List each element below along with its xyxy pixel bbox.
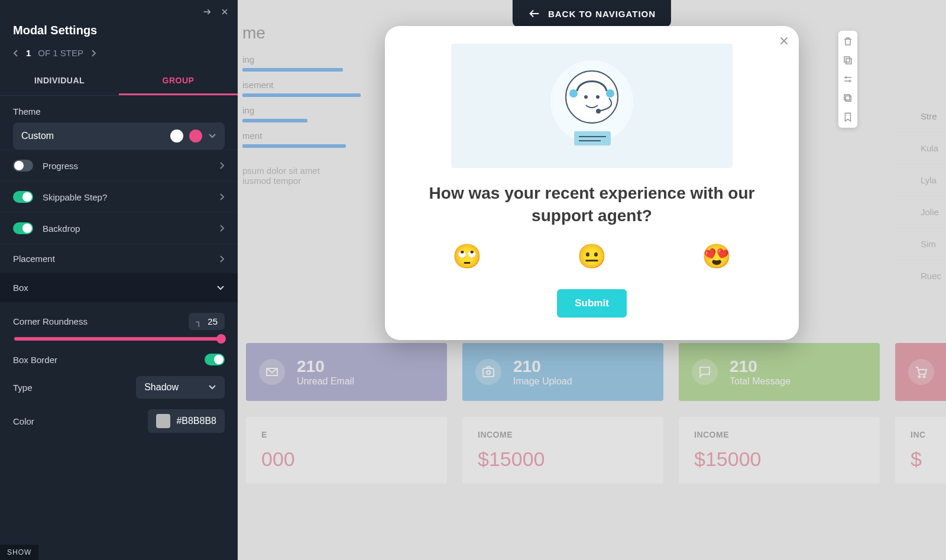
theme-label: Theme xyxy=(0,96,238,122)
svg-rect-15 xyxy=(574,131,611,145)
arrow-left-icon xyxy=(528,7,541,20)
chevron-right-icon xyxy=(219,193,225,201)
border-type-label: Type xyxy=(13,383,33,393)
border-color-label: Color xyxy=(13,416,34,426)
progress-toggle[interactable] xyxy=(13,160,33,171)
border-color-chip[interactable]: #B8B8B8 xyxy=(148,409,225,433)
chevron-right-icon xyxy=(219,224,225,232)
trash-icon[interactable] xyxy=(842,35,854,47)
modal-illustration xyxy=(451,44,733,168)
skippable-toggle[interactable] xyxy=(13,191,33,203)
tab-individual[interactable]: INDIVIDUAL xyxy=(0,67,119,95)
emoji-neutral[interactable]: 😐 xyxy=(577,242,607,270)
box-header-label: Box xyxy=(13,283,216,293)
close-icon[interactable] xyxy=(777,34,791,47)
theme-swatch-light xyxy=(170,130,183,143)
tab-group[interactable]: GROUP xyxy=(119,67,238,95)
svg-point-14 xyxy=(596,109,601,114)
element-toolbar xyxy=(838,31,857,128)
corner-unit-icon: ┐ xyxy=(196,317,202,326)
corner-roundness-slider[interactable] xyxy=(14,337,223,341)
color-swatch xyxy=(156,414,170,428)
settings-sidebar: Modal Settings 1 OF 1 STEP INDIVIDUAL GR… xyxy=(0,0,238,560)
box-border-toggle[interactable] xyxy=(205,354,225,365)
svg-point-10 xyxy=(606,89,614,98)
svg-rect-6 xyxy=(845,96,851,101)
canvas-area: me ingisementingment psum dolor sit amet… xyxy=(238,0,946,560)
svg-rect-4 xyxy=(846,59,851,64)
border-type-select[interactable]: Shadow xyxy=(136,376,225,399)
option-placement[interactable]: Placement xyxy=(0,244,238,273)
chevron-down-icon xyxy=(208,133,216,139)
emoji-happy[interactable]: 😍 xyxy=(702,242,731,270)
slider-handle[interactable] xyxy=(216,334,226,344)
backdrop-toggle[interactable] xyxy=(13,222,33,234)
close-sidebar-icon[interactable] xyxy=(220,7,229,17)
back-label: BACK TO NAVIGATION xyxy=(548,9,656,19)
option-progress[interactable]: Progress xyxy=(0,150,238,181)
layers-icon[interactable] xyxy=(842,92,854,104)
emoji-unhappy[interactable]: 🙄 xyxy=(452,242,482,270)
modal-heading: How was your recent experience with our … xyxy=(405,182,779,227)
box-border-label: Box Border xyxy=(13,355,57,365)
svg-point-11 xyxy=(569,89,578,98)
option-skippable[interactable]: Skippable Step? xyxy=(0,181,238,212)
corner-roundness-value: 25 xyxy=(208,316,218,326)
corner-roundness-input[interactable]: ┐ 25 xyxy=(189,313,225,330)
survey-modal: How was your recent experience with our … xyxy=(385,26,799,340)
step-total: OF 1 STEP xyxy=(38,48,83,58)
svg-point-12 xyxy=(584,95,588,99)
skippable-label: Skippable Step? xyxy=(43,192,209,202)
theme-swatch-accent xyxy=(189,130,202,143)
step-next[interactable] xyxy=(90,49,96,57)
submit-button[interactable]: Submit xyxy=(557,289,627,318)
settings-sliders-icon[interactable] xyxy=(842,73,854,85)
svg-rect-5 xyxy=(844,57,850,62)
step-prev[interactable] xyxy=(13,49,19,57)
dock-icon[interactable] xyxy=(202,7,212,17)
theme-select[interactable]: Custom xyxy=(13,122,225,150)
sidebar-title: Modal Settings xyxy=(0,19,238,48)
corner-roundness-label: Corner Roundness xyxy=(13,316,88,326)
chevron-right-icon xyxy=(219,255,225,263)
box-section-header[interactable]: Box xyxy=(0,273,238,302)
step-indicator: 1 OF 1 STEP xyxy=(0,48,238,61)
chevron-right-icon xyxy=(219,161,225,170)
step-current: 1 xyxy=(26,48,31,58)
theme-value: Custom xyxy=(21,131,164,141)
progress-label: Progress xyxy=(43,161,209,171)
placement-label: Placement xyxy=(13,254,209,264)
option-backdrop[interactable]: Backdrop xyxy=(0,212,238,244)
copy-icon[interactable] xyxy=(842,54,854,66)
border-color-value: #B8B8B8 xyxy=(176,416,216,426)
svg-point-13 xyxy=(596,95,600,99)
back-to-navigation-button[interactable]: BACK TO NAVIGATION xyxy=(513,0,671,27)
svg-rect-7 xyxy=(844,95,850,100)
show-button[interactable]: SHOW xyxy=(0,545,38,560)
chevron-down-icon xyxy=(216,285,225,291)
bookmark-icon[interactable] xyxy=(842,111,854,123)
border-type-value: Shadow xyxy=(144,382,179,393)
backdrop-label: Backdrop xyxy=(43,224,209,234)
